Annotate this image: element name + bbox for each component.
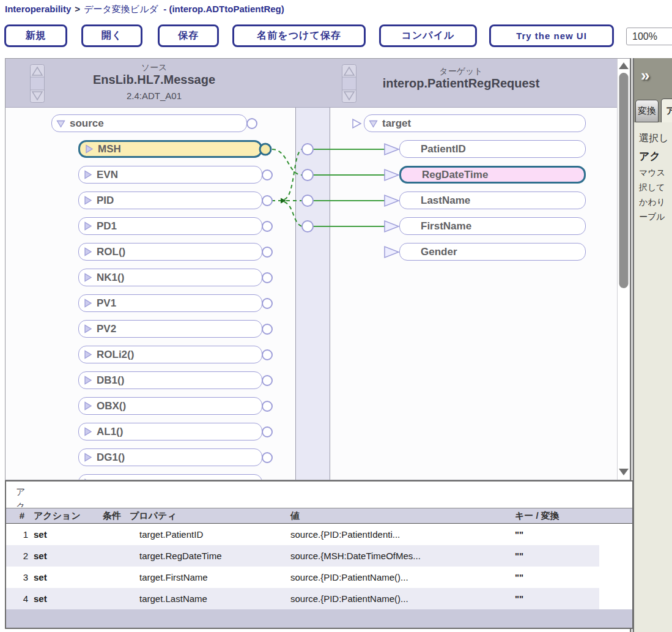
expand-right-icon[interactable] — [83, 196, 92, 205]
source-segment-box[interactable]: DG1() — [78, 448, 262, 466]
source-segment-box[interactable]: EVN — [78, 166, 262, 184]
target-property-box-regdatetime[interactable]: RegDateTime — [399, 166, 586, 184]
source-connector[interactable] — [262, 350, 272, 360]
source-connector[interactable] — [262, 196, 272, 206]
expand-right-icon[interactable] — [83, 401, 92, 411]
expand-right-icon[interactable] — [84, 144, 94, 154]
source-connector[interactable] — [262, 324, 272, 334]
compile-button[interactable]: コンパイル — [379, 24, 477, 47]
actions-strip: ア ク — [6, 481, 632, 508]
expand-right-icon[interactable] — [83, 221, 92, 231]
zoom-select[interactable]: 100% — [626, 28, 672, 45]
actions-panel: ア ク # アクション 条件 プロパティ 値 キー / 変換 1 set tar… — [5, 480, 633, 629]
new-button[interactable]: 新規 — [4, 24, 67, 47]
tab-action[interactable]: ア — [661, 99, 672, 122]
expand-right-icon[interactable] — [83, 350, 92, 359]
source-segment-label: MSH — [98, 143, 121, 155]
source-connector[interactable] — [262, 427, 272, 437]
source-connector[interactable] — [262, 273, 272, 283]
col-key[interactable]: キー / 変換 — [515, 508, 559, 523]
source-connector[interactable] — [262, 221, 272, 231]
expand-panel-button[interactable]: » — [641, 66, 649, 85]
source-segment-box[interactable]: DB1() — [78, 371, 262, 389]
save-button[interactable]: 保存 — [158, 24, 219, 47]
open-button[interactable]: 開く — [81, 24, 142, 47]
save-as-button[interactable]: 名前をつけて保存 — [232, 24, 366, 47]
expand-right-icon[interactable] — [83, 376, 92, 385]
target-anchor-icon[interactable] — [385, 221, 399, 232]
action-row[interactable]: 1 set target.PatientID source.{PID:Patie… — [6, 524, 632, 545]
source-root-box[interactable]: source — [51, 114, 247, 132]
expand-right-icon[interactable] — [83, 324, 92, 333]
source-segment-box[interactable]: NK1() — [78, 269, 262, 286]
source-scroll-spinner[interactable] — [30, 64, 45, 103]
try-new-ui-button[interactable]: Try the new UI — [489, 24, 614, 47]
target-property-box[interactable]: Gender — [399, 243, 586, 261]
source-segment-box-msh[interactable]: MSH — [78, 140, 262, 158]
source-segment-box[interactable]: OBX() — [78, 397, 262, 415]
actions-table-header: # アクション 条件 プロパティ 値 キー / 変換 — [6, 508, 632, 524]
col-action[interactable]: アクション — [34, 508, 81, 523]
source-connector[interactable] — [262, 299, 272, 308]
source-segment-box[interactable]: PID — [78, 191, 262, 209]
source-connector[interactable] — [262, 401, 272, 411]
source-connector[interactable] — [262, 247, 272, 257]
target-root-box[interactable]: target — [364, 114, 586, 132]
side-panel-text: ーブル — [639, 212, 665, 223]
source-connector[interactable] — [262, 170, 272, 180]
col-value[interactable]: 値 — [290, 508, 300, 523]
data-transformation-builder: Interoperability>データ変換ビルダ - (interop.ADT… — [0, 0, 672, 632]
target-anchor-icon[interactable] — [385, 247, 399, 258]
collapse-down-icon[interactable] — [369, 119, 378, 128]
source-root-label: source — [70, 117, 104, 130]
tab-transform[interactable]: 変換 — [635, 100, 659, 122]
breadcrumb-page-link[interactable]: データ変換ビルダ — [84, 4, 158, 14]
side-panel-text: マウス — [639, 168, 665, 179]
action-row[interactable]: 3 set target.FirstName source.{PID:Patie… — [6, 567, 632, 588]
expand-right-icon[interactable] — [83, 273, 92, 282]
source-segment-box[interactable]: ROLi2() — [78, 346, 262, 363]
target-property-label: RegDateTime — [422, 169, 488, 181]
scroll-down-icon[interactable] — [619, 469, 629, 475]
source-segment-box[interactable]: AL1() — [78, 423, 262, 441]
col-property[interactable]: プロパティ — [130, 508, 177, 523]
target-scroll-spinner[interactable] — [342, 64, 356, 103]
expand-right-icon[interactable] — [83, 453, 92, 462]
expand-right-icon[interactable] — [83, 170, 92, 179]
source-root-connector[interactable] — [247, 119, 257, 128]
target-anchor-icon[interactable] — [385, 169, 399, 180]
expand-right-icon[interactable] — [83, 427, 92, 436]
collapse-down-icon[interactable] — [56, 119, 65, 128]
col-condition[interactable]: 条件 — [103, 508, 121, 523]
target-root-anchor-icon[interactable] — [353, 119, 361, 128]
scroll-thumb[interactable] — [619, 73, 629, 288]
action-row[interactable]: 2 set target.RegDateTime source.{MSH:Dat… — [6, 545, 632, 567]
target-property-box[interactable]: LastName — [399, 191, 586, 209]
mapping-band — [295, 108, 330, 480]
action-row[interactable]: 4 set target.LastName source.{PID:Patien… — [6, 588, 632, 609]
expand-right-icon[interactable] — [83, 299, 92, 308]
scroll-up-icon[interactable] — [619, 62, 629, 69]
target-class-name: interop.PatientRegRequest — [333, 76, 589, 91]
breadcrumb-root-link[interactable]: Interoperability — [5, 4, 71, 14]
source-segment-box[interactable]: PD1 — [78, 217, 262, 235]
target-anchor-icon[interactable] — [385, 144, 399, 155]
source-segment-box[interactable]: ROL() — [78, 243, 262, 261]
source-segment-label: DG1() — [97, 452, 125, 464]
source-segment-label: ROL() — [97, 246, 125, 258]
branch-arrow-icon — [281, 198, 286, 204]
source-segment-box-partial[interactable] — [78, 474, 262, 480]
source-connector[interactable] — [262, 453, 272, 463]
expand-right-icon[interactable] — [83, 247, 92, 256]
breadcrumb-separator: > — [75, 4, 80, 14]
source-segment-box[interactable]: PV2 — [78, 320, 262, 338]
source-segment-label: AL1() — [97, 426, 123, 438]
target-property-box[interactable]: PatientID — [399, 140, 586, 158]
target-kind-label: ターゲット — [369, 66, 553, 77]
source-segment-label: PID — [97, 195, 114, 207]
target-anchor-icon[interactable] — [385, 195, 399, 206]
target-property-box[interactable]: FirstName — [399, 217, 586, 235]
source-segment-box[interactable]: PV1 — [78, 294, 262, 312]
diagram-scrollbar[interactable] — [617, 59, 629, 480]
source-connector[interactable] — [262, 376, 272, 385]
